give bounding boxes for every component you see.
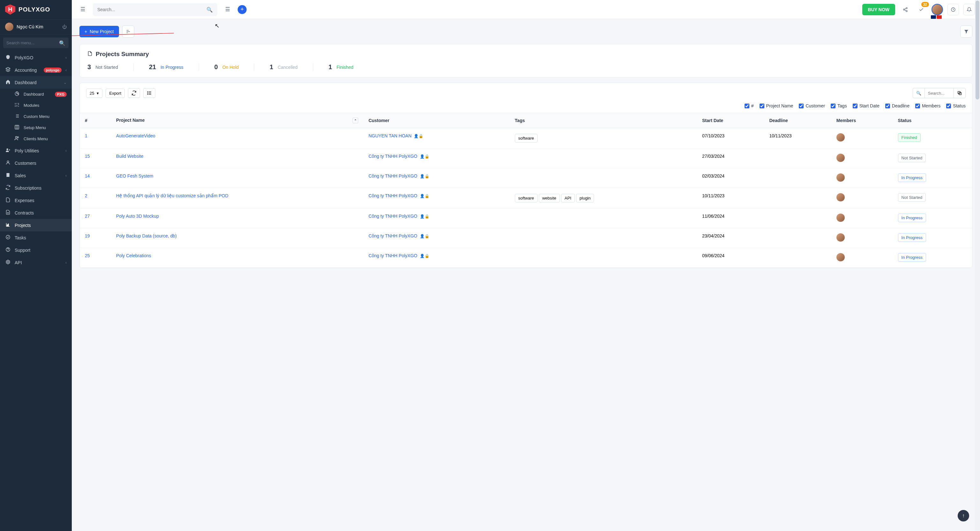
sidebar-item-accounting[interactable]: Accounting polyxgo ‹ [0, 64, 72, 76]
add-button[interactable]: + [238, 5, 247, 14]
tag[interactable]: software [515, 194, 538, 202]
summary-not-started[interactable]: 3Not Started [88, 63, 134, 71]
sidebar-item-sales[interactable]: Sales ‹ [0, 169, 72, 182]
customer-link[interactable]: Công ty TNHH PolyXGO [369, 193, 417, 198]
project-name-link[interactable]: Poly Backup Data (source, db) [116, 233, 177, 238]
project-name-link[interactable]: Build Website [116, 154, 143, 159]
summary-on-hold[interactable]: 0On Hold [215, 63, 254, 71]
project-name-link[interactable]: Poly Celebrations [116, 253, 151, 258]
member-avatar[interactable] [837, 214, 845, 222]
contact-icons[interactable]: 👤🔒 [418, 214, 429, 219]
column-header[interactable]: Status [893, 113, 972, 128]
status-badge[interactable]: In Progress [898, 214, 926, 222]
row-number[interactable]: 27 [85, 214, 90, 219]
sort-icon[interactable]: ⌃ [353, 117, 358, 124]
sidebar-item-api[interactable]: API ‹ [0, 256, 72, 269]
gantt-view-button[interactable] [122, 25, 134, 38]
tag[interactable]: plugin [576, 194, 594, 202]
member-avatar[interactable] [837, 133, 845, 141]
customer-link[interactable]: Công ty TNHH PolyXGO [369, 214, 417, 219]
sidebar-subitem-custom-menu[interactable]: Custom Menu [9, 111, 72, 122]
contact-icons[interactable]: 👤🔒 [418, 154, 429, 159]
search-input[interactable] [93, 3, 217, 16]
menu-toggle-icon[interactable]: ☰ [77, 4, 88, 15]
column-header[interactable]: Project Name⌃ [111, 113, 363, 128]
status-badge[interactable]: Finished [898, 133, 921, 142]
check-icon[interactable]: 32 [916, 4, 927, 15]
member-avatar[interactable] [837, 233, 845, 242]
customer-link[interactable]: Công ty TNHH PolyXGO [369, 173, 417, 179]
sidebar-item-expenses[interactable]: Expenses [0, 194, 72, 206]
tag[interactable]: API [561, 194, 575, 202]
new-project-button[interactable]: + New Project [80, 26, 119, 37]
sidebar-item-tasks[interactable]: Tasks [0, 231, 72, 244]
hamburger-icon[interactable]: ☰ [222, 4, 233, 15]
sidebar-user[interactable]: Ngọc Cù Kim ⏻ [0, 19, 72, 35]
sidebar-item-support[interactable]: Support [0, 244, 72, 256]
row-number[interactable]: 15 [85, 154, 90, 159]
column-toggle-status[interactable]: Status [946, 103, 966, 108]
sidebar-item-contracts[interactable]: Contracts [0, 206, 72, 219]
status-badge[interactable]: In Progress [898, 173, 926, 182]
project-name-link[interactable]: AutoGenerateVideo [116, 133, 155, 138]
scrollbar[interactable] [975, 0, 980, 531]
contact-icons[interactable]: 👤🔒 [418, 174, 429, 179]
column-header[interactable]: Start Date [697, 113, 764, 128]
row-number[interactable]: 14 [85, 173, 90, 179]
sidebar-item-poly-utilities[interactable]: Poly Utilities ‹ [0, 144, 72, 157]
list-view-button[interactable] [143, 88, 155, 98]
share-icon[interactable] [900, 4, 911, 15]
refresh-button[interactable] [128, 88, 140, 98]
column-header[interactable]: Members [831, 113, 893, 128]
search-icon[interactable]: 🔍 [913, 88, 925, 98]
power-icon[interactable]: ⏻ [62, 24, 67, 29]
project-name-link[interactable]: Hệ thống API quản lý dữ liệu customize s… [116, 193, 228, 198]
column-header[interactable]: Deadline [764, 113, 831, 128]
tag[interactable]: website [539, 194, 560, 202]
page-size-select[interactable]: 25 ▾ [86, 89, 102, 98]
sidebar-subitem-setup-menu[interactable]: Setup Menu [9, 122, 72, 133]
sidebar-subitem-modules[interactable]: Modules [9, 100, 72, 111]
search-icon[interactable]: 🔍 [207, 7, 213, 13]
member-avatar[interactable] [837, 154, 845, 162]
logo[interactable]: H POLYXGO [0, 0, 72, 19]
member-avatar[interactable] [837, 253, 845, 262]
sidebar-item-projects[interactable]: Projects [0, 219, 72, 231]
sidebar-item-dashboard[interactable]: Dashboard ⌄ [0, 76, 72, 89]
column-header[interactable]: Customer [363, 113, 509, 128]
language-flags[interactable] [931, 15, 942, 19]
status-badge[interactable]: Not Started [898, 154, 926, 162]
export-button[interactable]: Export [106, 89, 125, 98]
sidebar-item-customers[interactable]: Customers [0, 157, 72, 169]
customer-link[interactable]: NGUYEN TAN HOAN [369, 133, 412, 138]
sidebar-item-subscriptions[interactable]: Subscriptions [0, 182, 72, 194]
column-toggle-start-date[interactable]: Start Date [853, 103, 880, 108]
row-number[interactable]: 1 [85, 133, 88, 138]
customer-link[interactable]: Công ty TNHH PolyXGO [369, 154, 417, 159]
sidebar-item-polyxgo[interactable]: PolyXGO ‹ [0, 51, 72, 64]
table-search-input[interactable] [928, 91, 950, 96]
tag[interactable]: software [515, 134, 538, 143]
status-badge[interactable]: In Progress [898, 253, 926, 262]
contact-icons[interactable]: 👤🔒 [418, 194, 429, 198]
summary-in-progress[interactable]: 21In Progress [149, 63, 199, 71]
contact-icons[interactable]: 👤🔒 [418, 254, 429, 258]
column-toggle-members[interactable]: Members [915, 103, 940, 108]
copy-icon[interactable] [954, 88, 965, 98]
row-number[interactable]: 25 [85, 253, 90, 258]
project-name-link[interactable]: Poly Auto 3D Mockup [116, 214, 159, 219]
row-number[interactable]: 2 [85, 193, 88, 198]
column-header[interactable]: # [80, 113, 111, 128]
project-name-link[interactable]: GEO Fesh System [116, 173, 153, 179]
column-toggle-deadline[interactable]: Deadline [885, 103, 910, 108]
member-avatar[interactable] [837, 193, 845, 201]
column-toggle-project-name[interactable]: Project Name [760, 103, 793, 108]
summary-finished[interactable]: 1Finished [329, 63, 369, 71]
bell-icon[interactable] [963, 4, 975, 15]
column-toggle--[interactable]: # [745, 103, 754, 108]
status-badge[interactable]: In Progress [898, 233, 926, 242]
sidebar-subitem-clients-menu[interactable]: Clients Menu [9, 133, 72, 144]
scroll-top-button[interactable]: ↑ [958, 510, 969, 521]
filter-button[interactable] [960, 25, 972, 38]
user-avatar[interactable] [932, 4, 943, 15]
